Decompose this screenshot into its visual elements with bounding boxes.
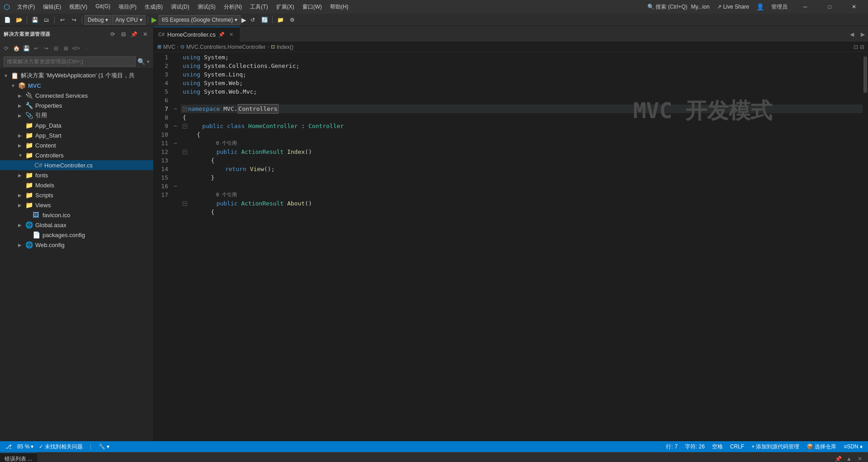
tree-favicon[interactable]: 🖼 favicon.ico xyxy=(0,210,153,220)
sidebar-close-icon[interactable]: ✕ xyxy=(141,30,150,39)
sidebar-sync-icon[interactable]: ⟳ xyxy=(108,30,117,39)
toolbar-open[interactable]: 📂 xyxy=(14,15,24,25)
bottom-tab-up[interactable]: ▲ xyxy=(844,454,854,462)
toolbar-refresh[interactable]: 🔄 xyxy=(259,15,270,25)
sidebar-tb-8[interactable]: </> xyxy=(71,44,80,53)
sidebar-tb-4[interactable]: ↩ xyxy=(32,44,41,53)
fold-11[interactable]: ─ xyxy=(183,150,187,154)
sidebar-tb-5[interactable]: ↪ xyxy=(42,44,51,53)
tree-homecontroller[interactable]: C# HomeController.cs xyxy=(0,160,153,170)
tree-views[interactable]: ▶ 📁 Views xyxy=(0,200,153,210)
status-tools[interactable]: 🔧 ▾ xyxy=(97,441,111,452)
run-target-dropdown[interactable]: IIS Express (Google Chrome) ▾ xyxy=(159,15,241,25)
toolbar-redo[interactable]: ↪ xyxy=(69,15,80,25)
close-button[interactable]: ✕ xyxy=(844,0,864,14)
code-editor[interactable]: 1 2 3 4 5 6 7─ 8 9─ 10 11─ 12 13 14 15 1… xyxy=(154,52,868,441)
menu-tools[interactable]: 工具(T) xyxy=(246,1,271,13)
bottom-tab-pin[interactable]: 📌 xyxy=(834,454,843,462)
tree-mvc-project[interactable]: ▼ 📦 MVC xyxy=(0,81,153,90)
status-zoom[interactable]: 85 % ▾ xyxy=(15,441,35,452)
sidebar-search-input[interactable] xyxy=(4,57,136,67)
tab-scroll-right[interactable]: ▶ xyxy=(857,27,868,42)
fold-7[interactable]: ─ xyxy=(183,107,187,111)
menu-window[interactable]: 窗口(W) xyxy=(299,1,326,13)
tree-web-config[interactable]: ▶ 🌐 Web.config xyxy=(0,240,153,250)
breadcrumb-ns[interactable]: ⊞ MVC xyxy=(157,44,175,50)
status-crlf[interactable]: CRLF xyxy=(728,443,746,450)
status-git[interactable]: ⎇ xyxy=(4,441,14,452)
status-space[interactable]: 空格 xyxy=(710,443,725,451)
breadcrumb-split-icon[interactable]: ⊡ xyxy=(854,44,858,50)
toolbar-save[interactable]: 💾 xyxy=(29,15,40,25)
breadcrumb-method[interactable]: ⊡ Index() xyxy=(271,44,293,50)
scrollbar-thumb[interactable] xyxy=(863,57,867,93)
debug-config-dropdown[interactable]: Debug ▾ xyxy=(85,15,111,25)
manager-button[interactable]: 管理员 xyxy=(768,2,791,12)
user-icon[interactable]: 👤 xyxy=(756,3,764,10)
search-box-title[interactable]: 🔍 搜索 (Ctrl+Q) xyxy=(647,3,688,11)
tree-models[interactable]: 📁 Models xyxy=(0,180,153,190)
toolbar-settings[interactable]: ⚙ xyxy=(287,15,297,25)
fold-16[interactable]: ─ xyxy=(183,201,187,206)
fold-9[interactable]: ─ xyxy=(183,124,187,129)
bottom-tab-close[interactable]: ✕ xyxy=(855,454,864,462)
sidebar-collapse-icon[interactable]: ⊟ xyxy=(119,30,128,39)
tree-content[interactable]: ▶ 📁 Content xyxy=(0,140,153,150)
status-ok[interactable]: ✓ 未找到相关问题 xyxy=(37,441,85,452)
tree-solution[interactable]: ▼ 📋 解决方案 'MyWebApplication' (1 个项目，共 xyxy=(0,71,153,81)
menu-debug[interactable]: 调试(D) xyxy=(167,1,193,13)
tree-properties[interactable]: ▶ 🔧 Properties xyxy=(0,100,153,110)
sidebar-tb-6[interactable]: ⊟ xyxy=(52,44,61,53)
bottom-tab-errors[interactable]: 错误列表 ... xyxy=(0,452,37,462)
toolbar-step-over[interactable]: ↺ xyxy=(247,15,258,25)
tab-scroll-left[interactable]: ◀ xyxy=(846,27,857,42)
menu-extensions[interactable]: 扩展(X) xyxy=(273,1,298,13)
menu-project[interactable]: 项目(P) xyxy=(115,1,140,13)
live-share-button[interactable]: ↗ Live Share xyxy=(713,3,753,11)
tree-app-start[interactable]: ▶ 📁 App_Start xyxy=(0,130,153,140)
tree-references[interactable]: ▶ 📎 引用 xyxy=(0,110,153,120)
breadcrumb-collapse-icon[interactable]: ⊟ xyxy=(860,44,864,50)
code-content[interactable]: MVC 开发模式 using System; using System.Coll… xyxy=(181,52,863,441)
tree-fonts[interactable]: ▶ 📁 fonts xyxy=(0,170,153,180)
tab-homecontroller[interactable]: C# HomeController.cs 📌 ✕ xyxy=(154,27,240,42)
editor-scrollbar[interactable] xyxy=(863,52,868,441)
tree-app-data[interactable]: 📁 App_Data xyxy=(0,120,153,130)
menu-build[interactable]: 生成(B) xyxy=(141,1,166,13)
maximize-button[interactable]: □ xyxy=(819,0,840,14)
status-esdn[interactable]: ≡SDN ♦ xyxy=(842,443,864,450)
tree-scripts[interactable]: ▶ 📁 Scripts xyxy=(0,190,153,200)
menu-test[interactable]: 测试(S) xyxy=(194,1,219,13)
status-add-source[interactable]: + 添加到源代码管理 xyxy=(750,443,801,451)
tree-global-asax[interactable]: ▶ 🌐 Global.asax xyxy=(0,220,153,230)
status-line[interactable]: 行: 7 xyxy=(664,443,679,451)
status-select-repo[interactable]: 📦 选择仓库 xyxy=(805,443,838,451)
toolbar-undo[interactable]: ↩ xyxy=(57,15,68,25)
sidebar-search-icon[interactable]: 🔍 xyxy=(137,58,145,65)
sidebar-tb-2[interactable]: 🏠 xyxy=(12,44,21,53)
menu-file[interactable]: 文件(F) xyxy=(14,1,38,13)
run-btn-2[interactable]: ▶ xyxy=(241,16,246,24)
run-button[interactable]: ▶ xyxy=(151,15,158,24)
sidebar-search-options[interactable]: ▾ xyxy=(147,59,150,65)
toolbar-new-file[interactable]: 📄 xyxy=(2,15,13,25)
sidebar-pin-icon[interactable]: 📌 xyxy=(130,30,139,39)
breadcrumb-class[interactable]: ⊙ MVC.Controllers.HomeController xyxy=(180,44,265,50)
sidebar-tb-3[interactable]: 💾 xyxy=(22,44,31,53)
menu-help[interactable]: 帮助(H) xyxy=(326,1,352,13)
menu-analyze[interactable]: 分析(N) xyxy=(220,1,246,13)
status-col[interactable]: 字符: 26 xyxy=(683,443,707,451)
tree-packages[interactable]: 📄 packages.config xyxy=(0,230,153,240)
menu-git[interactable]: Git(G) xyxy=(92,1,114,13)
sidebar-tb-7[interactable]: ⊞ xyxy=(61,44,71,53)
minimize-button[interactable]: ─ xyxy=(795,0,816,14)
cpu-config-dropdown[interactable]: Any CPU ▾ xyxy=(112,15,145,25)
tree-controllers[interactable]: ▼ 📁 Controllers xyxy=(0,150,153,160)
menu-edit[interactable]: 编辑(E) xyxy=(39,1,65,13)
menu-view[interactable]: 视图(V) xyxy=(66,1,91,13)
tree-connected-services[interactable]: ▶ 🔌 Connected Services xyxy=(0,90,153,100)
toolbar-save-all[interactable]: 🗂 xyxy=(41,15,52,25)
tab-close-button[interactable]: ✕ xyxy=(227,31,235,38)
toolbar-folder[interactable]: 📁 xyxy=(275,15,286,25)
sidebar-tb-1[interactable]: ⟳ xyxy=(2,44,11,53)
